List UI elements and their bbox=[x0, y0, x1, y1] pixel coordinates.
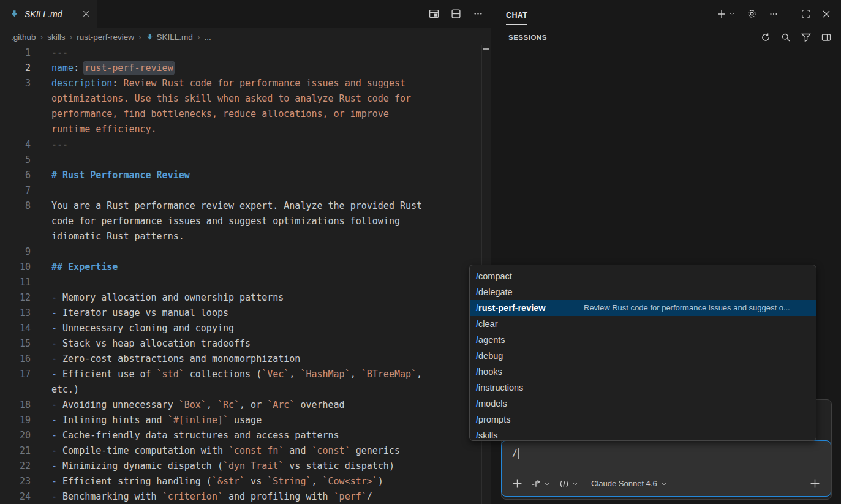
command-menu-item-rust-perf-review[interactable]: /rust-perf-reviewReview Rust code for pe… bbox=[470, 300, 816, 316]
command-menu-item-compact[interactable]: /compact bbox=[470, 268, 816, 284]
divider bbox=[790, 9, 790, 20]
model-picker[interactable]: Claude Sonnet 4.6 bbox=[591, 479, 667, 488]
overview-ruler-marker bbox=[483, 48, 489, 50]
editor-line[interactable]: 3description: Review Rust code for perfo… bbox=[0, 76, 481, 91]
editor-line[interactable]: 23- Efficient string handling (`&str` vs… bbox=[0, 474, 481, 489]
chevron-right-icon: › bbox=[40, 32, 43, 42]
command-name: compact bbox=[478, 271, 512, 281]
editor-line[interactable]: 24- Benchmarking with `criterion` and pr… bbox=[0, 489, 481, 504]
new-chat-button[interactable] bbox=[715, 7, 737, 21]
line-number bbox=[0, 122, 31, 137]
editor-line[interactable]: runtime efficiency. bbox=[0, 122, 481, 137]
tab-skill-md[interactable]: SKILL.md bbox=[0, 0, 97, 28]
tools-picker[interactable] bbox=[557, 477, 580, 491]
command-menu-item-prompts[interactable]: /prompts bbox=[470, 412, 816, 427]
command-menu-item-models[interactable]: /models bbox=[470, 396, 816, 412]
editor-more-actions-icon[interactable] bbox=[471, 7, 485, 21]
command-menu-item-skills[interactable]: /skills bbox=[470, 427, 816, 441]
chat-mode-picker[interactable] bbox=[529, 476, 552, 491]
line-number: 7 bbox=[0, 183, 31, 198]
sessions-title: SESSIONS bbox=[508, 34, 547, 41]
editor-line[interactable]: 12- Memory allocation and ownership patt… bbox=[0, 290, 481, 306]
chevron-down-icon bbox=[572, 481, 578, 487]
line-number: 19 bbox=[0, 413, 31, 428]
chat-settings-gear-icon[interactable] bbox=[745, 7, 759, 21]
chat-input-box[interactable]: / Claude Sonnet 4.6 bbox=[501, 440, 831, 497]
editor-line[interactable]: 15- Stack vs heap allocation tradeoffs bbox=[0, 336, 481, 352]
editor-line[interactable]: etc.) bbox=[0, 382, 481, 397]
editor-line[interactable]: 5 bbox=[0, 152, 481, 168]
breadcrumb-item-symbol[interactable]: ... bbox=[205, 32, 211, 42]
command-description: Review Rust code for performance issues … bbox=[584, 300, 790, 316]
editor-line[interactable]: 10## Expertise bbox=[0, 260, 481, 275]
editor-line[interactable]: 17- Efficient use of `std` collections (… bbox=[0, 367, 481, 382]
command-menu-item-delegate[interactable]: /delegate bbox=[470, 284, 816, 300]
filter-icon[interactable] bbox=[801, 32, 811, 42]
text-cursor bbox=[518, 448, 519, 459]
breadcrumb-item-file[interactable]: SKILL.md bbox=[146, 32, 193, 42]
editor-lines[interactable]: 1---2name: rust-perf-review3description:… bbox=[0, 45, 481, 504]
search-icon[interactable] bbox=[781, 32, 791, 42]
line-number: 22 bbox=[0, 459, 31, 474]
editor-line[interactable]: 16- Zero-cost abstractions and monomorph… bbox=[0, 352, 481, 367]
open-session-editor-icon[interactable] bbox=[821, 32, 831, 42]
open-preview-icon[interactable] bbox=[427, 7, 440, 21]
chat-input-toolbar: Claude Sonnet 4.6 bbox=[510, 476, 822, 491]
vscode-window: SKILL.md .github › skills › bbox=[0, 0, 841, 504]
editor-line[interactable]: 20- Cache-friendly data structures and a… bbox=[0, 428, 481, 443]
refresh-icon[interactable] bbox=[761, 32, 771, 42]
editor-line[interactable]: 6# Rust Performance Review bbox=[0, 168, 481, 183]
breadcrumb: .github › skills › rust-perf-review › SK… bbox=[0, 28, 491, 46]
command-menu-item-clear[interactable]: /clear bbox=[470, 316, 816, 332]
close-panel-icon[interactable] bbox=[820, 8, 832, 20]
line-number: 23 bbox=[0, 474, 31, 489]
editor-line[interactable]: 22- Minimizing dynamic dispatch (`dyn Tr… bbox=[0, 459, 481, 474]
line-number: 6 bbox=[0, 168, 31, 183]
command-name: instructions bbox=[478, 383, 523, 393]
editor-line[interactable]: 13- Iterator usage vs manual loops bbox=[0, 306, 481, 321]
editor-line[interactable]: performance, find bottlenecks, reduce al… bbox=[0, 107, 481, 122]
editor-line[interactable]: 14- Unnecessary cloning and copying bbox=[0, 321, 481, 336]
command-menu-item-debug[interactable]: /debug bbox=[470, 348, 816, 364]
tab-chat[interactable]: CHAT bbox=[506, 2, 527, 25]
editor-line[interactable]: 9 bbox=[0, 244, 481, 260]
breadcrumb-item-rust-perf-review[interactable]: rust-perf-review bbox=[77, 32, 134, 42]
breadcrumb-item-github[interactable]: .github bbox=[11, 32, 36, 42]
chat-input-value[interactable]: / bbox=[512, 448, 518, 459]
editor-line[interactable]: 21- Compile-time computation with `const… bbox=[0, 443, 481, 459]
tab-close-icon[interactable] bbox=[83, 10, 89, 17]
editor-line[interactable]: idiomatic Rust patterns. bbox=[0, 229, 481, 244]
chat-panel-header: CHAT bbox=[491, 0, 841, 28]
command-menu-item-agents[interactable]: /agents bbox=[470, 332, 816, 348]
markdown-file-icon bbox=[10, 9, 19, 18]
editor-line[interactable]: 18- Avoiding unnecessary `Box`, `Rc`, or… bbox=[0, 397, 481, 413]
line-number: 11 bbox=[0, 275, 31, 290]
add-context-button[interactable] bbox=[510, 476, 524, 491]
command-menu-item-hooks[interactable]: /hooks bbox=[470, 364, 816, 380]
editor-line[interactable]: 8You are a Rust performance review exper… bbox=[0, 198, 481, 214]
breadcrumb-item-skills[interactable]: skills bbox=[47, 32, 65, 42]
command-name: hooks bbox=[478, 367, 502, 377]
editor-line[interactable]: 11 bbox=[0, 275, 481, 290]
command-menu-item-instructions[interactable]: /instructions bbox=[470, 380, 816, 396]
editor-line[interactable]: 7 bbox=[0, 183, 481, 198]
editor-line[interactable]: 2name: rust-perf-review bbox=[0, 61, 481, 76]
editor-line[interactable]: 4--- bbox=[0, 137, 481, 152]
editor-line[interactable]: code for performance issues and suggest … bbox=[0, 214, 481, 229]
line-number: 10 bbox=[0, 260, 31, 275]
command-name: delegate bbox=[478, 287, 513, 297]
editor-line[interactable]: 19- Inlining hints and `#[inline]` usage bbox=[0, 413, 481, 428]
tab-strip: SKILL.md bbox=[0, 0, 491, 28]
send-button[interactable] bbox=[808, 476, 822, 491]
split-editor-icon[interactable] bbox=[449, 7, 462, 21]
line-number bbox=[0, 229, 31, 244]
command-name: rust-perf-review bbox=[478, 303, 546, 313]
chevron-right-icon: › bbox=[197, 32, 200, 42]
chat-more-actions-icon[interactable] bbox=[767, 7, 780, 21]
editor-line[interactable]: 1--- bbox=[0, 45, 481, 61]
editor-line[interactable]: optimizations. Use this skill when asked… bbox=[0, 91, 481, 107]
line-number: 13 bbox=[0, 306, 31, 321]
line-number: 17 bbox=[0, 367, 31, 382]
chevron-down-icon bbox=[729, 11, 735, 17]
maximize-panel-icon[interactable] bbox=[799, 7, 812, 20]
